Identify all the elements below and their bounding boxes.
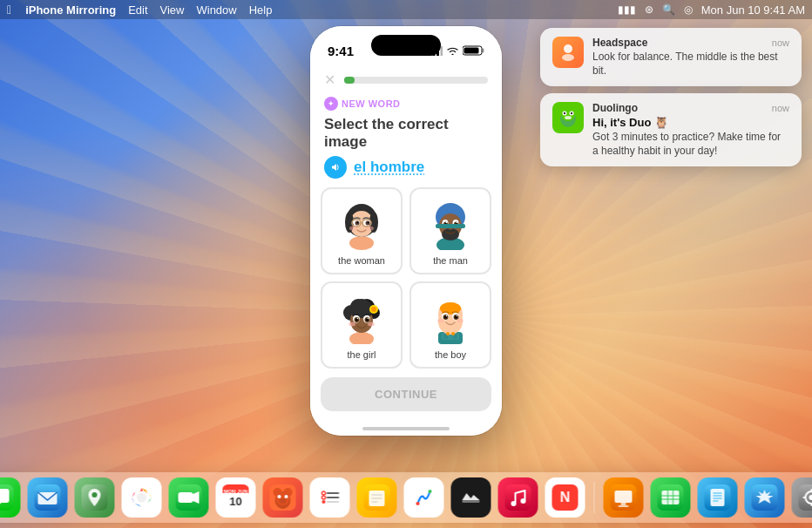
svg-rect-156 bbox=[621, 503, 626, 505]
dock-messages[interactable] bbox=[0, 477, 21, 518]
dock-numbers[interactable] bbox=[651, 477, 691, 518]
new-word-label: NEW WORD bbox=[342, 98, 401, 109]
new-word-badge: ✦ NEW WORD bbox=[324, 97, 488, 111]
dock-news[interactable]: N bbox=[545, 477, 585, 518]
question-title: Select the correct image bbox=[310, 116, 502, 151]
svg-point-6 bbox=[564, 112, 565, 114]
dock-divider bbox=[594, 482, 595, 513]
iphone-frame: 9:41 ✕ bbox=[310, 26, 502, 436]
svg-rect-157 bbox=[619, 505, 629, 507]
dock-facetime[interactable] bbox=[169, 477, 209, 518]
close-button[interactable]: ✕ bbox=[324, 71, 335, 88]
svg-point-129 bbox=[285, 495, 288, 498]
girl-image bbox=[335, 292, 388, 344]
dock-photos[interactable] bbox=[122, 477, 162, 518]
progress-bar-background bbox=[344, 77, 488, 84]
duolingo-app-icon bbox=[552, 102, 584, 133]
svg-point-81 bbox=[457, 315, 458, 317]
svg-point-130 bbox=[280, 498, 287, 504]
continue-button[interactable]: CONTINUE bbox=[321, 377, 491, 411]
choice-boy[interactable]: the boy bbox=[409, 281, 491, 369]
help-menu[interactable]: Help bbox=[249, 3, 273, 17]
svg-point-111 bbox=[92, 492, 98, 498]
svg-text:10: 10 bbox=[229, 495, 241, 508]
headspace-notif-content: Headspace now Look for balance. The midd… bbox=[592, 37, 789, 78]
svg-point-30 bbox=[349, 227, 356, 231]
datetime-display: Mon Jun 10 9:41 AM bbox=[701, 3, 805, 17]
svg-point-42 bbox=[446, 222, 448, 224]
search-icon[interactable]: 🔍 bbox=[662, 3, 675, 16]
headspace-notif-body: Look for balance. The middle is the best… bbox=[592, 51, 789, 78]
menubar-left:  iPhone Mirroring Edit View Window Help bbox=[7, 3, 272, 17]
svg-rect-45 bbox=[436, 224, 465, 228]
choice-girl[interactable]: the girl bbox=[321, 281, 403, 369]
svg-text:MON JUN: MON JUN bbox=[224, 489, 248, 494]
svg-point-83 bbox=[457, 319, 464, 323]
headspace-notif-header: Headspace now bbox=[592, 37, 789, 49]
dock-appstore[interactable] bbox=[745, 477, 785, 518]
svg-point-144 bbox=[416, 502, 420, 505]
word-display: el hombre bbox=[354, 159, 424, 176]
dock-notes[interactable] bbox=[357, 477, 397, 518]
notification-duolingo[interactable]: Duolingo now Hi, it's Duo 🦉 Got 3 minute… bbox=[540, 93, 802, 166]
man-character bbox=[424, 198, 477, 250]
svg-rect-147 bbox=[463, 500, 480, 503]
svg-rect-14 bbox=[483, 49, 484, 53]
dock-maps[interactable] bbox=[75, 477, 115, 518]
choice-man[interactable]: the man bbox=[409, 187, 491, 274]
notifications-panel: Headspace now Look for balance. The midd… bbox=[540, 28, 802, 166]
svg-point-55 bbox=[371, 307, 376, 312]
man-label: the man bbox=[433, 255, 468, 266]
dock-music[interactable] bbox=[498, 477, 538, 518]
svg-point-136 bbox=[322, 500, 326, 504]
dock-appletv[interactable] bbox=[451, 477, 491, 518]
svg-point-8 bbox=[565, 116, 572, 119]
girl-character bbox=[335, 292, 388, 344]
app-header: ✕ ✦ NEW WORD bbox=[310, 64, 502, 111]
wifi-icon: ⊛ bbox=[645, 3, 653, 16]
speaker-button[interactable] bbox=[324, 156, 347, 179]
siri-icon[interactable]: ◎ bbox=[684, 3, 693, 16]
edit-menu[interactable]: Edit bbox=[128, 3, 147, 17]
svg-rect-176 bbox=[803, 497, 807, 498]
window-menu[interactable]: Window bbox=[196, 3, 236, 17]
dock-bear[interactable] bbox=[263, 477, 303, 518]
svg-point-149 bbox=[511, 501, 517, 506]
woman-image bbox=[335, 198, 388, 250]
girl-label: the girl bbox=[347, 349, 376, 360]
dock-calendar[interactable]: 10MON JUN bbox=[216, 477, 256, 518]
view-menu[interactable]: View bbox=[160, 3, 185, 17]
svg-point-80 bbox=[446, 315, 448, 317]
notification-headspace[interactable]: Headspace now Look for balance. The midd… bbox=[540, 28, 802, 86]
svg-point-114 bbox=[137, 493, 146, 503]
svg-point-84 bbox=[446, 332, 450, 335]
svg-rect-146 bbox=[458, 484, 484, 511]
iphone-dynamic-island bbox=[371, 35, 441, 56]
dock-freeform[interactable] bbox=[404, 477, 444, 518]
svg-point-16 bbox=[349, 236, 374, 250]
dock-mail[interactable] bbox=[28, 477, 68, 518]
duolingo-notif-header: Duolingo now bbox=[592, 102, 789, 114]
svg-point-150 bbox=[521, 498, 526, 504]
dock-keynote[interactable] bbox=[604, 477, 644, 518]
app-name-menu[interactable]: iPhone Mirroring bbox=[25, 3, 116, 17]
svg-rect-12 bbox=[441, 46, 443, 56]
word-prompt: el hombre bbox=[310, 156, 502, 179]
duolingo-notif-title: Hi, it's Duo 🦉 bbox=[592, 116, 789, 129]
svg-point-64 bbox=[348, 322, 355, 327]
apple-logo-icon[interactable]:  bbox=[7, 3, 11, 17]
dock-reminders[interactable] bbox=[310, 477, 350, 518]
svg-rect-148 bbox=[505, 484, 531, 511]
svg-point-128 bbox=[278, 495, 281, 498]
headspace-app-name: Headspace bbox=[592, 37, 647, 49]
boy-label: the boy bbox=[435, 349, 466, 360]
dock-systemprefs[interactable] bbox=[792, 477, 813, 518]
iphone-time: 9:41 bbox=[328, 44, 354, 58]
dock: 10MON JUN N bbox=[0, 472, 812, 523]
svg-point-46 bbox=[349, 332, 374, 344]
woman-label: the woman bbox=[338, 255, 385, 266]
dock-pages[interactable] bbox=[698, 477, 738, 518]
choice-woman[interactable]: the woman bbox=[321, 187, 403, 274]
new-word-icon: ✦ bbox=[324, 97, 338, 111]
svg-point-145 bbox=[429, 490, 432, 493]
